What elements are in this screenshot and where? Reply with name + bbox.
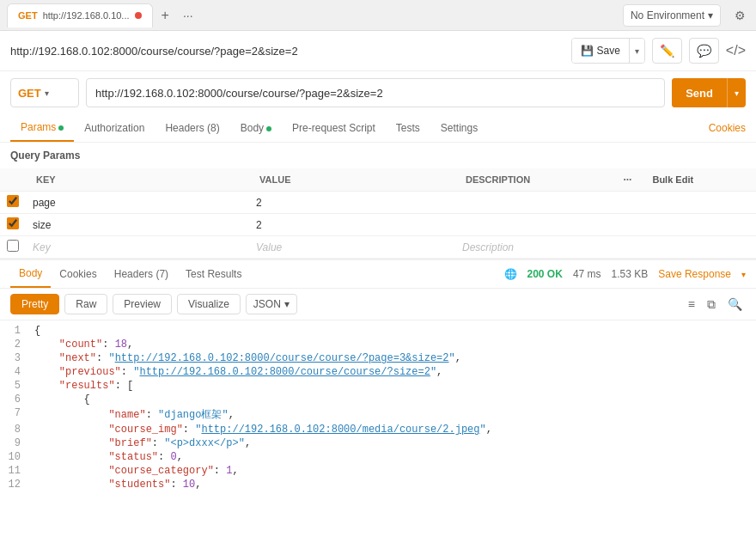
row1-value-cell: 2 [249,192,455,214]
row1-value: 2 [256,197,262,209]
body-dot [266,126,271,131]
bulk-edit-header[interactable]: Bulk Edit [642,168,756,192]
table-placeholder-row: Key Value Description [0,236,756,259]
save-label: Save [597,45,620,57]
table-row: size 2 [0,214,756,236]
tab-method: GET [18,10,38,21]
collapse-button[interactable]: </> [726,43,746,58]
tab-authorization[interactable]: Authorization [74,115,155,141]
send-button-group: Send ▾ [672,78,746,107]
json-line-6: 6 { [0,393,756,406]
placeholder-checkbox[interactable] [7,240,19,252]
key-header: KEY [26,168,249,192]
placeholder-key[interactable]: Key [33,241,51,253]
copy-icon-button[interactable]: ⧉ [704,296,719,314]
settings-icon[interactable]: ⚙ [731,5,749,26]
line-num-12: 12 [0,479,34,491]
tab-tests[interactable]: Tests [386,115,430,141]
method-label: GET [18,87,41,100]
json-content-11: "course_category": 1, [34,465,756,477]
more-header: ··· [613,168,642,192]
search-icon-button[interactable]: 🔍 [724,296,746,314]
row2-more-cell [613,214,642,236]
response-tab-body[interactable]: Body [10,260,51,288]
comment-icon-button[interactable]: 💬 [689,38,719,64]
response-tab-cookies[interactable]: Cookies [51,261,105,287]
row2-checkbox[interactable] [7,217,19,229]
view-preview-button[interactable]: Preview [113,294,172,314]
view-raw-button[interactable]: Raw [64,294,107,314]
json-line-4: 4 "previous": "http://192.168.0.102:8000… [0,365,756,379]
placeholder-desc[interactable]: Description [462,241,514,253]
row1-checkbox[interactable] [7,195,19,207]
active-tab[interactable]: GET http://192.168.0.10... [7,3,153,27]
placeholder-key-cell: Key [26,236,249,259]
more-tabs-button[interactable]: ··· [178,7,198,24]
json-line-11: 11 "course_category": 1, [0,464,756,478]
format-selector[interactable]: JSON ▾ [246,294,297,314]
request-tabs: Params Authorization Headers (8) Body Pr… [0,114,756,143]
row2-key: size [33,219,51,231]
tab-pre-request[interactable]: Pre-request Script [282,115,386,141]
add-tab-button[interactable]: + [156,6,174,25]
json-line-1: 1 { [0,324,756,338]
row1-more-cell [613,192,642,214]
json-content-9: "brief": "<p>dxxx</p>", [34,437,756,449]
save-button-group: 💾 Save ▾ [571,38,645,64]
send-button[interactable]: Send [672,78,727,107]
params-dot [58,125,64,131]
course-img-link[interactable]: http://192.168.0.102:8000/media/course/2… [201,424,479,436]
tab-close-dot[interactable] [135,12,142,19]
save-response-arrow[interactable]: ▾ [741,270,746,279]
response-tab-headers[interactable]: Headers (7) [106,261,177,287]
line-num-6: 6 [0,393,34,406]
save-response-button[interactable]: Save Response [658,268,731,280]
filter-icon-button[interactable]: ≡ [685,296,698,314]
line-num-10: 10 [0,451,34,463]
environment-arrow: ▾ [708,9,713,21]
response-time: 47 ms [573,268,601,280]
view-pretty-button[interactable]: Pretty [10,294,59,314]
json-line-9: 9 "brief": "<p>dxxx</p>", [0,436,756,450]
json-line-7: 7 "name": "django框架", [0,406,756,423]
row1-key-cell: page [26,192,249,214]
cookies-button[interactable]: Cookies [709,122,746,134]
tab-settings[interactable]: Settings [430,115,488,141]
row2-extra-cell [642,214,756,236]
params-table: KEY VALUE DESCRIPTION ··· Bulk Edit page… [0,168,756,259]
edit-icon-button[interactable]: ✏️ [652,38,682,64]
json-viewer: 1 { 2 "count": 18, 3 "next": "http://192… [0,320,756,492]
checkbox-header [0,168,26,192]
json-content-8: "course_img": "http://192.168.0.102:8000… [34,424,756,436]
tab-body[interactable]: Body [230,115,282,141]
row2-key-cell: size [26,214,249,236]
tab-params[interactable]: Params [10,114,74,142]
next-link[interactable]: http://192.168.0.102:8000/course/course/… [115,352,449,364]
json-line-10: 10 "status": 0, [0,450,756,464]
json-line-12: 12 "students": 10, [0,478,756,491]
environment-label: No Environment [631,9,704,21]
json-line-8: 8 "course_img": "http://192.168.0.102:80… [0,423,756,436]
table-row: page 2 [0,192,756,214]
json-content-4: "previous": "http://192.168.0.102:8000/c… [34,366,756,378]
save-dropdown-button[interactable]: ▾ [629,39,644,63]
json-content-6: { [34,393,756,406]
method-selector[interactable]: GET ▾ [10,78,79,107]
json-line-3: 3 "next": "http://192.168.0.102:8000/cou… [0,351,756,365]
view-visualize-button[interactable]: Visualize [177,294,241,314]
line-num-4: 4 [0,366,34,378]
send-dropdown-arrow[interactable]: ▾ [727,78,746,107]
placeholder-value[interactable]: Value [256,241,282,253]
more-icon: ··· [623,174,631,186]
save-button[interactable]: 💾 Save [572,39,629,63]
previous-link[interactable]: http://192.168.0.102:8000/course/course/… [139,366,430,378]
tab-headers[interactable]: Headers (8) [155,115,229,141]
method-dropdown-arrow: ▾ [45,88,49,98]
format-arrow: ▾ [284,298,290,310]
response-tab-test-results[interactable]: Test Results [177,261,250,287]
url-input[interactable] [86,78,665,107]
environment-selector[interactable]: No Environment ▾ [623,4,721,27]
row1-checkbox-cell [0,192,26,214]
line-num-11: 11 [0,465,34,477]
json-content-2: "count": 18, [34,339,756,351]
